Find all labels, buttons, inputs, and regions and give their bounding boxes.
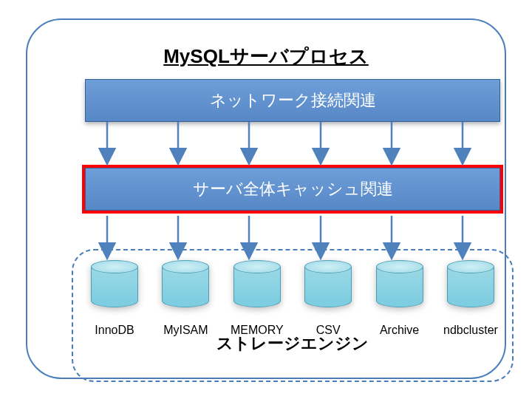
storage-engine-item: CSV (299, 260, 358, 337)
storage-engine-label: MEMORY (231, 324, 284, 337)
diagram-title: MySQLサーバプロセス (27, 44, 505, 69)
network-layer-label: ネットワーク接続関連 (210, 89, 376, 112)
storage-engine-item: MyISAM (156, 260, 215, 337)
database-icon (233, 260, 281, 307)
storage-engine-label: CSV (316, 324, 341, 337)
storage-engine-label: InnoDB (95, 324, 134, 337)
database-icon (304, 260, 352, 307)
storage-engine-item: ndbcluster (441, 260, 500, 337)
database-icon (91, 260, 138, 307)
cache-layer-highlight: サーバ全体キャッシュ関連 (82, 165, 503, 214)
storage-engine-label: MyISAM (163, 324, 208, 337)
storage-engine-item: InnoDB (85, 260, 144, 337)
storage-engine-row: InnoDB MyISAM MEMORY CSV Archive ndbclus… (85, 260, 500, 337)
database-icon (162, 260, 209, 307)
storage-engine-item: Archive (370, 260, 429, 337)
cache-layer-label: サーバ全体キャッシュ関連 (193, 178, 393, 200)
cache-layer-box: サーバ全体キャッシュ関連 (85, 168, 500, 211)
database-icon (376, 260, 423, 307)
storage-engine-label: Archive (380, 324, 419, 337)
database-icon (447, 260, 494, 307)
server-process-container: MySQLサーバプロセス ネットワーク接続関連 サーバ全体キャッシュ関連 ストレ… (26, 18, 506, 379)
storage-engine-item: MEMORY (228, 260, 287, 337)
network-layer-box: ネットワーク接続関連 (85, 79, 500, 122)
storage-engine-label: ndbcluster (443, 324, 498, 337)
